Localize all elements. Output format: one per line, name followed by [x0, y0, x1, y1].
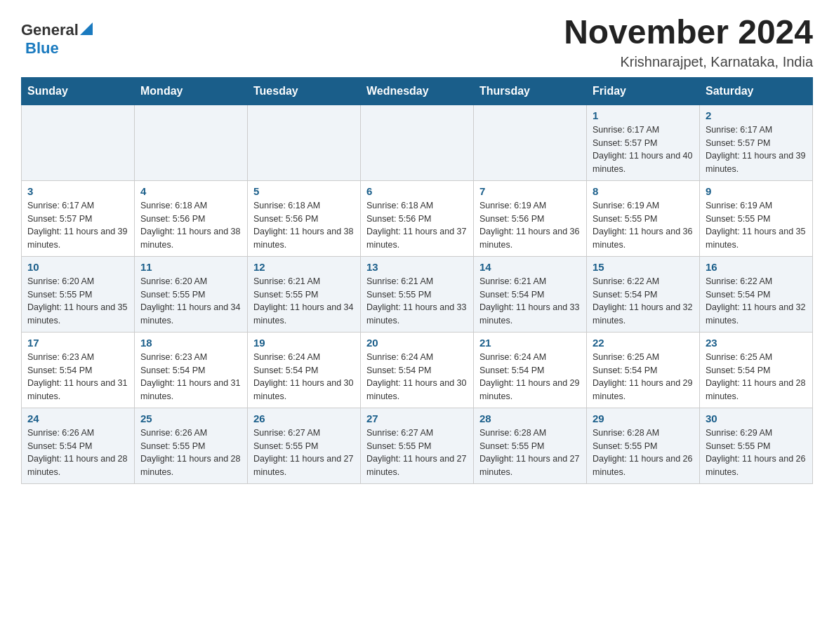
calendar-cell: 28Sunrise: 6:28 AM Sunset: 5:55 PM Dayli… [474, 408, 587, 483]
day-info: Sunrise: 6:20 AM Sunset: 5:55 PM Dayligh… [27, 275, 128, 328]
day-number: 15 [593, 261, 694, 273]
day-number: 27 [366, 412, 468, 424]
calendar-cell: 9Sunrise: 6:19 AM Sunset: 5:55 PM Daylig… [700, 180, 813, 256]
day-number: 2 [706, 109, 807, 121]
calendar-week-row: 1Sunrise: 6:17 AM Sunset: 5:57 PM Daylig… [22, 105, 813, 180]
day-info: Sunrise: 6:18 AM Sunset: 5:56 PM Dayligh… [253, 199, 355, 252]
day-number: 6 [366, 185, 468, 197]
title-block: November 2024 Krishnarajpet, Karnataka, … [564, 14, 813, 70]
day-number: 5 [253, 185, 355, 197]
calendar-cell [135, 105, 248, 180]
calendar-cell: 8Sunrise: 6:19 AM Sunset: 5:55 PM Daylig… [587, 180, 700, 256]
day-info: Sunrise: 6:24 AM Sunset: 5:54 PM Dayligh… [253, 351, 355, 403]
day-number: 24 [27, 412, 128, 424]
page-header: General Blue November 2024 Krishnarajpet… [21, 14, 813, 70]
day-number: 17 [27, 337, 128, 349]
day-number: 28 [479, 412, 581, 424]
calendar-subtitle: Krishnarajpet, Karnataka, India [564, 54, 813, 70]
logo-general: General [21, 21, 79, 39]
day-number: 12 [253, 261, 355, 273]
weekday-header-monday: Monday [135, 77, 248, 105]
day-number: 16 [706, 261, 807, 273]
day-info: Sunrise: 6:25 AM Sunset: 5:54 PM Dayligh… [593, 351, 694, 403]
weekday-header-thursday: Thursday [474, 77, 587, 105]
calendar-cell: 17Sunrise: 6:23 AM Sunset: 5:54 PM Dayli… [22, 332, 135, 408]
calendar-cell: 21Sunrise: 6:24 AM Sunset: 5:54 PM Dayli… [474, 332, 587, 408]
day-number: 26 [253, 412, 355, 424]
calendar-week-row: 10Sunrise: 6:20 AM Sunset: 5:55 PM Dayli… [22, 256, 813, 332]
day-number: 14 [479, 261, 581, 273]
day-number: 18 [140, 337, 241, 349]
day-info: Sunrise: 6:24 AM Sunset: 5:54 PM Dayligh… [479, 351, 581, 403]
calendar-cell: 24Sunrise: 6:26 AM Sunset: 5:54 PM Dayli… [22, 408, 135, 483]
day-number: 21 [479, 337, 581, 349]
day-info: Sunrise: 6:27 AM Sunset: 5:55 PM Dayligh… [366, 427, 468, 479]
day-number: 9 [706, 185, 807, 197]
day-info: Sunrise: 6:27 AM Sunset: 5:55 PM Dayligh… [253, 427, 355, 479]
calendar-cell [361, 105, 474, 180]
day-info: Sunrise: 6:23 AM Sunset: 5:54 PM Dayligh… [27, 351, 128, 403]
calendar-cell [248, 105, 361, 180]
day-info: Sunrise: 6:19 AM Sunset: 5:55 PM Dayligh… [593, 199, 694, 252]
day-info: Sunrise: 6:18 AM Sunset: 5:56 PM Dayligh… [140, 199, 241, 252]
calendar-table: SundayMondayTuesdayWednesdayThursdayFrid… [21, 77, 813, 484]
calendar-header-row: SundayMondayTuesdayWednesdayThursdayFrid… [22, 77, 813, 105]
calendar-cell: 13Sunrise: 6:21 AM Sunset: 5:55 PM Dayli… [361, 256, 474, 332]
calendar-week-row: 17Sunrise: 6:23 AM Sunset: 5:54 PM Dayli… [22, 332, 813, 408]
calendar-cell: 11Sunrise: 6:20 AM Sunset: 5:55 PM Dayli… [135, 256, 248, 332]
day-info: Sunrise: 6:21 AM Sunset: 5:55 PM Dayligh… [366, 275, 468, 328]
day-info: Sunrise: 6:22 AM Sunset: 5:54 PM Dayligh… [593, 275, 694, 328]
calendar-cell: 29Sunrise: 6:28 AM Sunset: 5:55 PM Dayli… [587, 408, 700, 483]
day-number: 13 [366, 261, 468, 273]
day-info: Sunrise: 6:17 AM Sunset: 5:57 PM Dayligh… [593, 123, 694, 176]
day-info: Sunrise: 6:19 AM Sunset: 5:55 PM Dayligh… [706, 199, 807, 252]
day-info: Sunrise: 6:23 AM Sunset: 5:54 PM Dayligh… [140, 351, 241, 403]
day-number: 8 [593, 185, 694, 197]
day-number: 23 [706, 337, 807, 349]
calendar-cell: 18Sunrise: 6:23 AM Sunset: 5:54 PM Dayli… [135, 332, 248, 408]
day-number: 1 [593, 109, 694, 121]
weekday-header-sunday: Sunday [22, 77, 135, 105]
calendar-cell: 27Sunrise: 6:27 AM Sunset: 5:55 PM Dayli… [361, 408, 474, 483]
logo: General Blue [21, 21, 93, 58]
weekday-header-wednesday: Wednesday [361, 77, 474, 105]
day-number: 4 [140, 185, 241, 197]
day-number: 3 [27, 185, 128, 197]
logo-triangle-icon [80, 22, 93, 35]
day-info: Sunrise: 6:17 AM Sunset: 5:57 PM Dayligh… [706, 123, 807, 176]
logo-blue: Blue [25, 39, 59, 58]
calendar-cell: 2Sunrise: 6:17 AM Sunset: 5:57 PM Daylig… [700, 105, 813, 180]
day-info: Sunrise: 6:26 AM Sunset: 5:55 PM Dayligh… [140, 427, 241, 479]
calendar-cell: 14Sunrise: 6:21 AM Sunset: 5:54 PM Dayli… [474, 256, 587, 332]
calendar-title: November 2024 [564, 14, 813, 51]
calendar-cell: 15Sunrise: 6:22 AM Sunset: 5:54 PM Dayli… [587, 256, 700, 332]
calendar-cell: 20Sunrise: 6:24 AM Sunset: 5:54 PM Dayli… [361, 332, 474, 408]
weekday-header-friday: Friday [587, 77, 700, 105]
calendar-cell: 4Sunrise: 6:18 AM Sunset: 5:56 PM Daylig… [135, 180, 248, 256]
calendar-cell: 1Sunrise: 6:17 AM Sunset: 5:57 PM Daylig… [587, 105, 700, 180]
day-number: 22 [593, 337, 694, 349]
calendar-cell: 16Sunrise: 6:22 AM Sunset: 5:54 PM Dayli… [700, 256, 813, 332]
calendar-cell: 3Sunrise: 6:17 AM Sunset: 5:57 PM Daylig… [22, 180, 135, 256]
day-info: Sunrise: 6:21 AM Sunset: 5:55 PM Dayligh… [253, 275, 355, 328]
calendar-cell: 25Sunrise: 6:26 AM Sunset: 5:55 PM Dayli… [135, 408, 248, 483]
day-info: Sunrise: 6:29 AM Sunset: 5:55 PM Dayligh… [706, 427, 807, 479]
day-info: Sunrise: 6:20 AM Sunset: 5:55 PM Dayligh… [140, 275, 241, 328]
day-info: Sunrise: 6:18 AM Sunset: 5:56 PM Dayligh… [366, 199, 468, 252]
day-info: Sunrise: 6:26 AM Sunset: 5:54 PM Dayligh… [27, 427, 128, 479]
day-number: 25 [140, 412, 241, 424]
calendar-week-row: 24Sunrise: 6:26 AM Sunset: 5:54 PM Dayli… [22, 408, 813, 483]
day-info: Sunrise: 6:24 AM Sunset: 5:54 PM Dayligh… [366, 351, 468, 403]
calendar-cell: 7Sunrise: 6:19 AM Sunset: 5:56 PM Daylig… [474, 180, 587, 256]
day-info: Sunrise: 6:25 AM Sunset: 5:54 PM Dayligh… [706, 351, 807, 403]
calendar-cell: 30Sunrise: 6:29 AM Sunset: 5:55 PM Dayli… [700, 408, 813, 483]
calendar-cell: 10Sunrise: 6:20 AM Sunset: 5:55 PM Dayli… [22, 256, 135, 332]
day-number: 19 [253, 337, 355, 349]
calendar-cell [22, 105, 135, 180]
day-info: Sunrise: 6:22 AM Sunset: 5:54 PM Dayligh… [706, 275, 807, 328]
calendar-cell: 12Sunrise: 6:21 AM Sunset: 5:55 PM Dayli… [248, 256, 361, 332]
weekday-header-tuesday: Tuesday [248, 77, 361, 105]
day-number: 30 [706, 412, 807, 424]
calendar-cell: 26Sunrise: 6:27 AM Sunset: 5:55 PM Dayli… [248, 408, 361, 483]
calendar-cell: 6Sunrise: 6:18 AM Sunset: 5:56 PM Daylig… [361, 180, 474, 256]
